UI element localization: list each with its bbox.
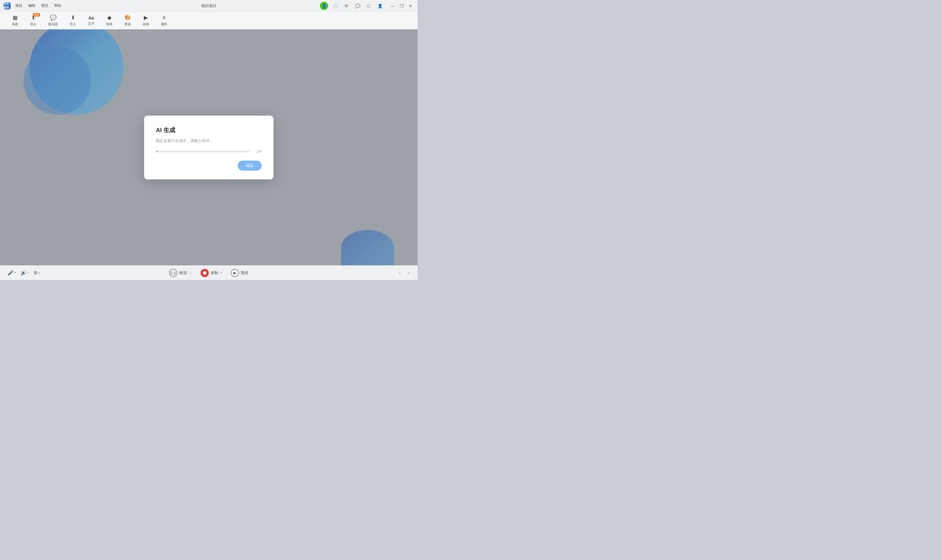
preview-label: 预览 xyxy=(241,270,249,275)
bottom-center-controls: ((·)) 推流 ⓘ 录制 ▾ ▶ 预览 xyxy=(169,269,249,277)
prompter-label: 提词器 xyxy=(48,22,58,26)
stream-button[interactable]: ((·)) 推流 ⓘ xyxy=(169,269,192,277)
speaker-chevron-icon: ▾ xyxy=(27,271,29,274)
record-chevron-icon: ▾ xyxy=(221,271,222,274)
menu-preview[interactable]: 预览 xyxy=(41,3,48,8)
menu-project[interactable]: 项目 xyxy=(15,3,22,8)
dialog-confirm-button[interactable]: 确定 xyxy=(238,161,262,171)
stream-icon: ((·)) xyxy=(169,269,177,277)
speaker-icon: 🔊 xyxy=(21,270,26,275)
nav-right-arrow[interactable]: › xyxy=(406,269,412,277)
clock-icon[interactable]: 🕐 xyxy=(331,2,339,10)
comment-icon[interactable]: 💬 xyxy=(354,2,362,10)
bottom-bar: 🎤 ▾ 🔊 ▾ ⚙ ▾ ((·)) 推流 ⓘ 录制 ▾ ▶ xyxy=(0,265,418,280)
export-label: 导出 xyxy=(30,22,37,26)
import-icon: ⬇ xyxy=(71,14,75,21)
toolbar-prompter[interactable]: 💬 提词器 xyxy=(42,12,64,29)
main-canvas: AI 生成 我正在努力生成中，请耐心等待... 2% 确定 xyxy=(0,29,418,265)
properties-icon: ≡ xyxy=(163,15,166,21)
settings-chevron-icon: ▾ xyxy=(38,271,40,274)
toolbar-shape[interactable]: ◆ 形状 xyxy=(100,12,118,29)
account-icon[interactable]: 👤 xyxy=(376,2,384,10)
toolbar: ▦ 场景 ⬆ 导出 New 💬 提词器 ⬇ 导入 Aa 文字 ◆ 形状 🎨 资源… xyxy=(0,12,418,29)
prompter-icon: 💬 xyxy=(50,14,57,21)
menu-edit[interactable]: 编辑 xyxy=(28,3,35,8)
progress-row: 2% xyxy=(156,149,262,154)
resource-label: 资源 xyxy=(125,22,131,26)
dialog-footer: 确定 xyxy=(156,161,262,171)
user-avatar-icon[interactable]: 👤 xyxy=(320,2,328,10)
resource-icon: 🎨 xyxy=(125,14,131,21)
text-label: 文字 xyxy=(88,22,94,26)
progress-percent: 2% xyxy=(253,149,262,154)
logo-icon: 万兴智演 xyxy=(3,2,11,9)
preview-button[interactable]: ▶ 预览 xyxy=(231,269,249,277)
window-controls: — ❐ ✕ xyxy=(389,2,414,9)
toolbar-text[interactable]: Aa 文字 xyxy=(82,13,100,28)
menu-help[interactable]: 帮助 xyxy=(54,3,61,8)
settings-icon: ⚙ xyxy=(34,270,38,275)
maximize-button[interactable]: ❐ xyxy=(398,2,405,9)
export-badge: New xyxy=(33,13,40,17)
microphone-icon: 🎤 xyxy=(8,270,14,275)
progress-bar-track xyxy=(156,151,250,152)
dialog-message: 我正在努力生成中，请耐心等待... xyxy=(156,138,262,143)
shape-label: 形状 xyxy=(106,22,113,26)
bottom-left-controls: 🎤 ▾ 🔊 ▾ ⚙ ▾ xyxy=(6,269,42,277)
record-dot-inner xyxy=(203,271,206,275)
title-bar-menus: 项目 编辑 预览 帮助 xyxy=(15,3,61,8)
microphone-chevron-icon: ▾ xyxy=(14,271,16,274)
toolbar-animation[interactable]: ▶ 动画 xyxy=(137,12,155,29)
close-button[interactable]: ✕ xyxy=(407,2,414,9)
properties-label: 属性 xyxy=(161,22,167,26)
toolbar-import[interactable]: ⬇ 导入 xyxy=(64,12,82,29)
scene-label: 场景 xyxy=(12,22,18,26)
toolbar-scene[interactable]: ▦ 场景 xyxy=(6,12,24,29)
animation-icon: ▶ xyxy=(144,14,148,21)
progress-bar-fill xyxy=(156,151,158,152)
microphone-button[interactable]: 🎤 ▾ xyxy=(6,269,18,277)
record-dot-icon xyxy=(201,269,209,277)
animation-label: 动画 xyxy=(143,22,149,26)
import-label: 导入 xyxy=(70,22,76,26)
mail-icon[interactable]: ✉ xyxy=(342,2,351,10)
title-bar: 万兴智演 项目 编辑 预览 帮助 我的项目 👤 🕐 ✉ 💬 ⬡ 👤 — ❐ ✕ xyxy=(0,0,418,12)
app-logo: 万兴智演 xyxy=(3,2,11,9)
record-label: 录制 xyxy=(211,270,218,275)
toolbar-properties[interactable]: ≡ 属性 xyxy=(155,12,173,29)
bottom-right-controls: ‹ › xyxy=(397,269,412,277)
shape-icon: ◆ xyxy=(107,14,111,21)
toolbar-export[interactable]: ⬆ 导出 New xyxy=(24,12,42,29)
title-bar-right: 👤 🕐 ✉ 💬 ⬡ 👤 — ❐ ✕ xyxy=(320,2,414,10)
dialog-title: AI 生成 xyxy=(156,126,262,134)
speaker-button[interactable]: 🔊 ▾ xyxy=(19,269,31,277)
nav-left-arrow[interactable]: ‹ xyxy=(397,269,403,277)
settings-button[interactable]: ⚙ ▾ xyxy=(32,269,42,277)
ai-generate-dialog: AI 生成 我正在努力生成中，请耐心等待... 2% 确定 xyxy=(144,115,274,179)
minimize-button[interactable]: — xyxy=(389,2,397,9)
project-title: 我的项目 xyxy=(201,3,217,9)
dialog-overlay: AI 生成 我正在努力生成中，请耐心等待... 2% 确定 xyxy=(0,29,418,265)
stream-info-icon: ⓘ xyxy=(189,271,192,275)
stream-label: 推流 xyxy=(179,270,187,275)
text-icon: Aa xyxy=(88,15,94,20)
record-button[interactable]: 录制 ▾ xyxy=(201,269,222,277)
logo-text: 万兴智演 xyxy=(3,2,11,10)
toolbar-resource[interactable]: 🎨 资源 xyxy=(118,12,137,29)
preview-icon: ▶ xyxy=(231,269,239,277)
share-icon[interactable]: ⬡ xyxy=(364,2,373,10)
scene-icon: ▦ xyxy=(13,14,18,21)
